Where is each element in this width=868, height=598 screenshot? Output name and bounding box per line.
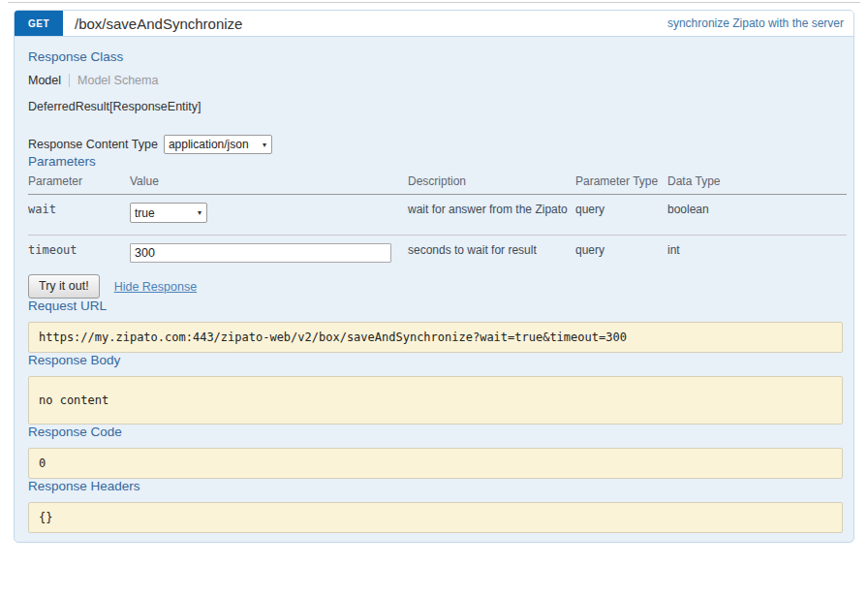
request-url-value: https://my.zipato.com:443/zipato-web/v2/…: [28, 322, 843, 353]
col-header-parameter-type: Parameter Type: [575, 174, 667, 195]
request-url-heading: Request URL: [28, 299, 840, 314]
operation-content: Response Class Model Model Schema Deferr…: [15, 37, 853, 542]
api-operation-panel: GET /box/saveAndSynchronize synchronize …: [14, 10, 854, 543]
response-content-type-value: application/json: [169, 138, 249, 151]
actions-row: Try it out! Hide Response: [28, 274, 840, 299]
tab-model-schema[interactable]: Model Schema: [78, 74, 158, 87]
endpoint-path-link[interactable]: /box/saveAndSynchronize: [63, 11, 242, 36]
param-data-type: boolean: [667, 195, 847, 236]
table-row-timeout: timeout seconds to wait for result query…: [28, 236, 847, 271]
param-type: query: [575, 195, 667, 236]
hide-response-link[interactable]: Hide Response: [114, 280, 197, 294]
parameters-header-row: Parameter Value Description Parameter Ty…: [28, 174, 847, 195]
param-type: query: [575, 236, 667, 271]
operation-summary-link[interactable]: synchronize Zipato with the server: [667, 11, 853, 36]
response-code-value: 0: [28, 448, 843, 479]
parameters-heading: Parameters: [28, 154, 840, 170]
response-content-type-row: Response Content Type application/json ▾: [28, 135, 840, 154]
tab-separator: [69, 74, 70, 87]
response-headers-value: {}: [28, 502, 843, 533]
try-it-out-button[interactable]: Try it out!: [28, 274, 100, 299]
param-description: seconds to wait for result: [408, 236, 575, 271]
param-description: wait for answer from the Zipato: [408, 195, 575, 236]
response-class-heading: Response Class: [28, 49, 840, 65]
response-content-type-label: Response Content Type: [28, 138, 158, 151]
param-data-type: int: [667, 236, 847, 271]
response-content-type-select[interactable]: application/json ▾: [164, 135, 272, 154]
model-tabs: Model Model Schema: [28, 74, 840, 87]
tab-model[interactable]: Model: [28, 74, 61, 87]
dropdown-arrow-icon: ▾: [198, 208, 202, 217]
previous-section-divider: [8, 2, 860, 3]
table-row-wait: wait true ▾ wait for answer from the Zip…: [28, 195, 847, 236]
dropdown-arrow-icon: ▾: [263, 141, 266, 149]
col-header-description: Description: [408, 174, 575, 195]
col-header-value: Value: [130, 174, 408, 195]
col-header-parameter: Parameter: [28, 174, 130, 195]
response-headers-heading: Response Headers: [28, 479, 840, 494]
wait-value-select[interactable]: true ▾: [130, 203, 207, 223]
response-body-heading: Response Body: [28, 353, 840, 368]
operation-header: GET /box/saveAndSynchronize synchronize …: [15, 11, 853, 37]
response-body-value: no content: [28, 376, 843, 425]
wait-selected-value: true: [135, 206, 155, 220]
timeout-value-input[interactable]: [130, 243, 391, 263]
response-code-heading: Response Code: [28, 425, 840, 440]
parameters-table: Parameter Value Description Parameter Ty…: [28, 174, 847, 270]
response-model-signature: DeferredResult[ResponseEntity]: [28, 100, 840, 113]
col-header-data-type: Data Type: [667, 174, 847, 195]
param-name: wait: [28, 195, 130, 236]
param-name: timeout: [28, 236, 130, 271]
http-method-badge[interactable]: GET: [15, 11, 63, 36]
